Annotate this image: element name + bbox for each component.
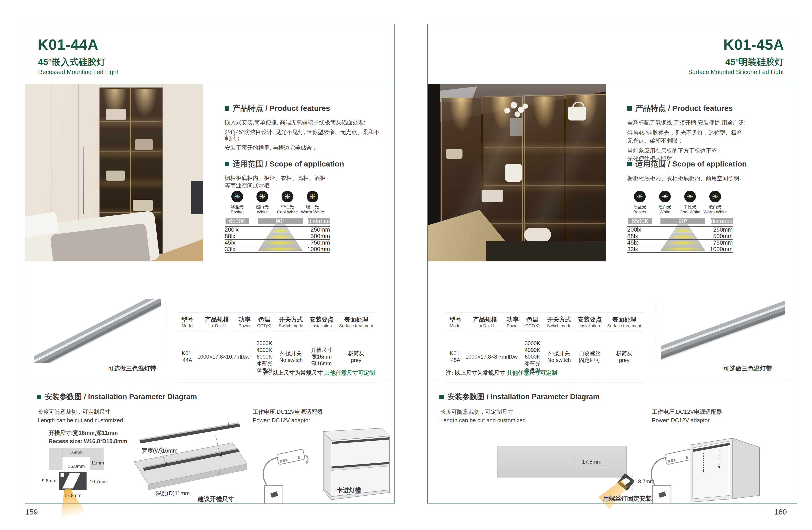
cabinet-label: 卡进灯槽 [337, 486, 361, 494]
cct-label-en: White [652, 209, 678, 214]
lux-value: 88lx [627, 233, 638, 240]
feature-line: 嵌入式安装,简单便捷, 高端无氧铜端子线极简灰铝面处理; [224, 120, 381, 125]
cct-label-zh: 暖白光 [702, 204, 728, 209]
photo-shelf [100, 182, 161, 182]
product-photo [428, 84, 606, 261]
spec-cell-model: K01-44A [177, 350, 197, 363]
spec-cell-switch: 外接开关No switch [276, 350, 306, 363]
spec-header-row: 型号Model 产品规格L x D x H 功率Power 色温CCT(K) 开… [177, 312, 375, 331]
dim-label-15.8mm: 15.8mm [62, 464, 90, 469]
photo-box [481, 190, 503, 202]
sun-glyph: ☀ [284, 193, 291, 200]
photometric-row: 45lx750mm [224, 239, 330, 246]
cct-label-en: White [250, 209, 275, 214]
photo-box [524, 228, 551, 242]
photo-shelf [484, 185, 605, 186]
board-width-label: 宽度(W)16mm [142, 448, 177, 453]
cabinet-diagram [685, 428, 766, 502]
distance-value: 250mm [713, 226, 733, 233]
sun-icon: ☀ [659, 191, 671, 203]
photo-downlight [133, 89, 157, 118]
square-bullet-icon [224, 162, 229, 166]
photo-tv [191, 181, 203, 214]
scope-title-text: 适用范围 / Scope of application [635, 159, 747, 169]
features-section-title: 产品特点 / Product features [627, 103, 784, 113]
product-subtitle-en: Recessed Mounting Led Light [38, 69, 118, 75]
spec-cell-power: 10w [505, 353, 521, 360]
feature-line: 安装于预开的槽里, 与槽边完美贴合； [224, 145, 381, 151]
cct-label-zh: 冰蓝光 [224, 204, 250, 209]
scope-section-title: 适用范围 / Scope of application [627, 159, 784, 169]
board-length-label: L [228, 422, 231, 427]
cct-icon-row: ☀ 冰蓝光 Basket ☀ 超白光 White ☀ 中性光 Cool Whit… [627, 191, 728, 214]
spec-header-cell: 型号Model [177, 316, 197, 329]
board-diagram [121, 414, 251, 503]
board-length-label: L [218, 470, 221, 476]
photo-shelf [100, 152, 161, 152]
spec-header-cell: 安装要点Installation [574, 316, 606, 329]
distance-value: 1000mm [307, 246, 330, 253]
photometric-bar-6500k: 6500K [226, 218, 249, 224]
photometric-bar-distance: distance [308, 218, 330, 224]
spec-cell-power: 10w [237, 353, 252, 360]
spec-cell-size: 1000×17.8×8.7mm [465, 353, 505, 360]
cut-note-zh: 长度可随意裁切，可定制尺寸 [440, 408, 513, 415]
spec-header-cell: 色温CCT(K) [521, 316, 544, 329]
spec-cell-cct: 3000K4000K 6000K冰蓝光 双色温 [521, 340, 544, 374]
photometric-row: 88lx500mm [627, 233, 733, 239]
spec-note: 注: 以上尺寸为常规尺寸 其他任意尺寸可定制 [177, 369, 375, 377]
photometric-row: 33lx1000mm [224, 246, 330, 253]
photo-roses [502, 100, 528, 118]
sun-glyph: ☀ [662, 193, 668, 200]
sun-icon: ☀ [257, 191, 268, 203]
sun-icon: ☀ [307, 191, 318, 203]
sun-icon: ☀ [684, 191, 696, 203]
cut-note-zh: 长度可随意裁切，可定制尺寸 [38, 408, 111, 415]
spec-cell-cct: 3000K4000K 6000K冰蓝光 双色温 [252, 340, 276, 374]
cct-icon-warm-white: ☀ 暖白光 Warm White [300, 191, 325, 214]
spec-header-cell: 功率Power [505, 316, 521, 329]
photo-basket [446, 149, 463, 159]
photometric-bar-6500k: 6500K [628, 218, 652, 224]
square-bullet-icon [224, 106, 229, 111]
photo-handbag-handle [572, 102, 584, 110]
photo-backpack [505, 164, 522, 182]
spec-header-cell: 产品规格L x D x H [197, 316, 237, 329]
square-bullet-icon [439, 395, 444, 399]
cct-icon-white: ☀ 超白光 White [250, 191, 275, 214]
sun-glyph: ☀ [636, 193, 643, 200]
cct-label-en: Warm White [300, 209, 325, 214]
photometric-block: ☀ 冰蓝光 Basket ☀ 超白光 White ☀ 中性光 Cool Whit… [627, 191, 733, 253]
spec-header-cell: 产品规格L x D x H [465, 316, 505, 329]
spec-header-cell: 安装要点Installation [306, 316, 337, 329]
sun-icon: ☀ [709, 191, 721, 203]
spec-header-row: 型号Model 产品规格L x D x H 功率Power 色温CCT(K) 开… [446, 312, 643, 331]
spec-cell-size: 1000×17.8×10.7mm [197, 353, 237, 360]
lux-value: 33lx [627, 246, 638, 253]
photometric-row: 200lx250mm [224, 226, 330, 233]
distance-value: 250mm [310, 226, 330, 233]
u-channel-diagram: 16mm 11mm 15.8mm [49, 448, 104, 470]
cct-label-zh: 超白光 [250, 204, 275, 209]
power-note-zh: 工作电压:DC12V电源适配器 [253, 408, 323, 415]
photometric-row: 88lx500mm [224, 233, 330, 239]
aluminum-profile-bar [661, 299, 785, 361]
power-note-zh: 工作电压:DC12V电源适配器 [652, 408, 722, 415]
dim-label-11mm: 11mm [91, 460, 104, 465]
spec-note: 注: 以上尺寸为常规尺寸 其他任意尺寸可定制 [446, 369, 643, 377]
photo-clothes-stack [106, 170, 125, 181]
cct-icon-cool-white: ☀ 中性光 Cool White [275, 191, 300, 214]
cct-icon-row: ☀ 冰蓝光 Basket ☀ 超白光 White ☀ 中性光 Cool Whit… [224, 191, 325, 214]
lux-value: 45lx [627, 239, 638, 246]
photo-handle [83, 147, 84, 214]
dim-label-17.8mm: 17.8mm [59, 493, 87, 498]
profile-caption: 可选做三色温灯带 [669, 364, 772, 373]
light-beam [54, 486, 87, 519]
photometric-table: 200lx250mm 88lx500mm 45lx750mm 33lx1000m… [627, 226, 733, 253]
dashed-divider [656, 301, 656, 367]
photometric-bar-angle: 90° [258, 218, 303, 224]
installation-section-title: 安装参数图 / Installation Parameter Diagram [37, 392, 197, 402]
cct-icon-ice-blue: ☀ 冰蓝光 Basket [627, 191, 652, 214]
model-number: K01-45A [723, 37, 784, 52]
product-subtitle-zh: 45°嵌入式硅胶灯 [38, 57, 105, 66]
